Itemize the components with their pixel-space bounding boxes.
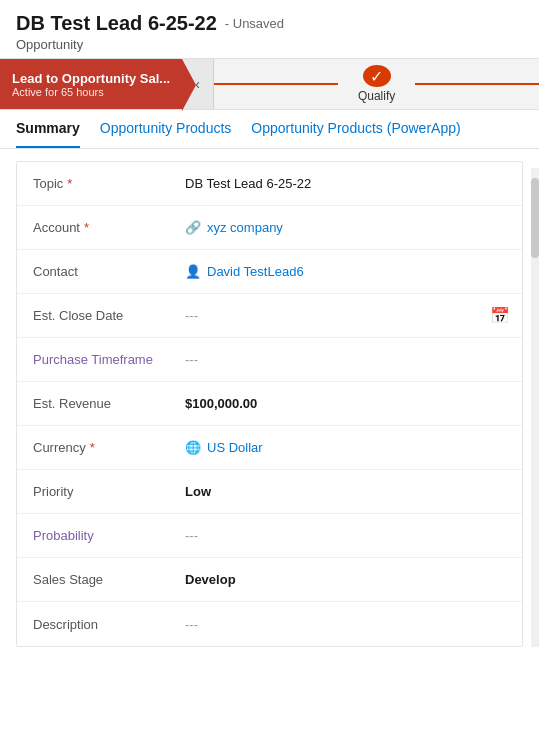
tab-opportunity-products[interactable]: Opportunity Products (100, 110, 232, 148)
est-revenue-label: Est. Revenue (17, 392, 177, 415)
contact-label: Contact (17, 260, 177, 283)
probability-label: Probability (17, 524, 177, 547)
required-star: * (84, 220, 89, 235)
active-stage-sub: Active for 65 hours (12, 86, 170, 98)
est-close-date-value[interactable]: --- (177, 304, 478, 327)
topic-label: Topic* (17, 172, 177, 195)
required-star: * (67, 176, 72, 191)
process-end-line (415, 83, 539, 85)
unsaved-badge: - Unsaved (225, 16, 284, 31)
account-label: Account* (17, 216, 177, 239)
est-revenue-value[interactable]: $100,000.00 (177, 392, 522, 415)
sales-stage-value[interactable]: Develop (177, 568, 522, 591)
page-wrapper: DB Test Lead 6-25-22 - Unsaved Opportuni… (0, 0, 539, 647)
qualify-stage[interactable]: ✓ Qualify (338, 59, 415, 109)
probability-value[interactable]: --- (177, 524, 522, 547)
table-row: Account* 🔗 xyz company (17, 206, 522, 250)
tab-summary[interactable]: Summary (16, 110, 80, 148)
contact-value[interactable]: 👤 David TestLead6 (177, 260, 522, 283)
qualify-circle: ✓ (363, 65, 391, 87)
table-row: Topic* DB Test Lead 6-25-22 (17, 162, 522, 206)
purchase-timeframe-label: Purchase Timeframe (17, 348, 177, 371)
page-title: DB Test Lead 6-25-22 (16, 12, 217, 35)
process-bar: Lead to Opportunity Sal... Active for 65… (0, 58, 539, 110)
table-row: Description --- (17, 602, 522, 646)
description-value[interactable]: --- (177, 613, 522, 636)
table-row: Est. Close Date --- 📅 (17, 294, 522, 338)
contact-icon: 👤 (185, 264, 201, 279)
purchase-timeframe-value[interactable]: --- (177, 348, 522, 371)
table-row: Purchase Timeframe --- (17, 338, 522, 382)
sales-stage-label: Sales Stage (17, 568, 177, 591)
table-row: Probability --- (17, 514, 522, 558)
description-label: Description (17, 613, 177, 636)
form-container: Topic* DB Test Lead 6-25-22 Account* 🔗 x… (0, 161, 539, 647)
topic-value[interactable]: DB Test Lead 6-25-22 (177, 172, 522, 195)
currency-label: Currency* (17, 436, 177, 459)
table-row: Contact 👤 David TestLead6 (17, 250, 522, 294)
account-link-icon: 🔗 (185, 220, 201, 235)
process-line (214, 83, 338, 85)
priority-label: Priority (17, 480, 177, 503)
qualify-label: Qualify (358, 89, 395, 103)
tabs-bar: Summary Opportunity Products Opportunity… (0, 110, 539, 149)
priority-value[interactable]: Low (177, 480, 522, 503)
table-row: Priority Low (17, 470, 522, 514)
currency-icon: 🌐 (185, 440, 201, 455)
table-row: Est. Revenue $100,000.00 (17, 382, 522, 426)
table-row: Currency* 🌐 US Dollar (17, 426, 522, 470)
tab-opportunity-products-powerapp[interactable]: Opportunity Products (PowerApp) (251, 110, 460, 148)
scrollbar[interactable] (531, 168, 539, 647)
account-value[interactable]: 🔗 xyz company (177, 216, 522, 239)
est-close-date-label: Est. Close Date (17, 304, 177, 327)
active-stage-name: Lead to Opportunity Sal... (12, 71, 170, 86)
scrollbar-thumb[interactable] (531, 178, 539, 258)
form-section: Topic* DB Test Lead 6-25-22 Account* 🔗 x… (16, 161, 523, 647)
table-row: Sales Stage Develop (17, 558, 522, 602)
required-star: * (90, 440, 95, 455)
active-stage: Lead to Opportunity Sal... Active for 65… (0, 59, 182, 109)
page-header: DB Test Lead 6-25-22 - Unsaved Opportuni… (0, 0, 539, 58)
process-spacer (214, 59, 338, 109)
calendar-icon[interactable]: 📅 (478, 302, 522, 329)
page-subtitle: Opportunity (16, 37, 523, 52)
currency-value[interactable]: 🌐 US Dollar (177, 436, 522, 459)
qualify-check-icon: ✓ (370, 67, 383, 86)
